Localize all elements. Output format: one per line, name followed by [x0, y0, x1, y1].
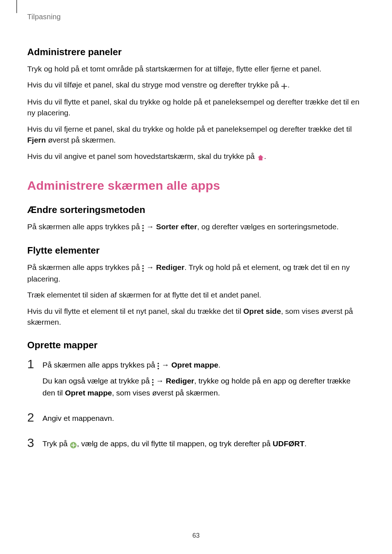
home-icon	[257, 152, 264, 163]
text: .	[305, 439, 307, 448]
section-aendre-sortering: Ændre sorteringsmetoden På skærmen alle …	[27, 204, 365, 233]
paragraph: Hvis du vil fjerne et panel, skal du try…	[27, 124, 365, 146]
text: , og derefter vælges en sorteringsmetode…	[197, 222, 339, 231]
svg-point-7	[158, 365, 159, 367]
bold-opret-side: Opret side	[243, 307, 281, 315]
step-number: 1	[27, 357, 42, 371]
svg-point-4	[142, 268, 144, 269]
bold-opret-mappe: Opret mappe	[65, 389, 112, 397]
text: Hvis du vil angive et panel som hovedsta…	[27, 152, 257, 160]
heading-administrere-skaermen: Administrere skærmen alle apps	[27, 178, 365, 193]
text: Tryk på	[42, 439, 70, 448]
bold-opret-mappe: Opret mappe	[171, 361, 219, 369]
step-2: 2 Angiv et mappenavn.	[27, 411, 365, 428]
step-number: 2	[27, 411, 42, 424]
svg-point-5	[142, 270, 144, 272]
bold-rediger: Rediger	[166, 377, 194, 385]
text: Hvis du vil tilføje et panel, skal du st…	[27, 81, 281, 89]
section-oprette-mapper: Oprette mapper 1 På skærmen alle apps tr…	[27, 340, 365, 455]
bold-sorter-efter: Sorter efter	[156, 222, 197, 231]
text: , som vises øverst på skærmen.	[112, 389, 220, 397]
text: På skærmen alle apps trykkes på	[27, 222, 142, 231]
text: På skærmen alle apps trykkes på	[42, 361, 157, 369]
text: →	[144, 263, 156, 271]
svg-point-3	[142, 265, 144, 267]
step-3: 3 Tryk på , vælg de apps, du vil flytte …	[27, 436, 365, 454]
steps-list: 1 På skærmen alle apps trykkes på → Opre…	[27, 357, 365, 455]
svg-point-11	[152, 384, 154, 386]
heading-aendre-sortering: Ændre sorteringsmetoden	[27, 204, 365, 216]
step-number: 3	[27, 436, 42, 450]
page-number: 63	[0, 532, 392, 539]
heading-administrere-paneler: Administrere paneler	[27, 46, 365, 58]
paragraph: Hvis du vil tilføje et panel, skal du st…	[27, 79, 365, 91]
text: På skærmen alle apps trykkes på	[27, 263, 142, 271]
heading-flytte-elementer: Flytte elementer	[27, 245, 365, 256]
step-body: Angiv et mappenavn.	[42, 411, 365, 428]
bold-udfoert: UDFØRT	[273, 439, 305, 448]
section-administrere-paneler: Administrere paneler Tryk og hold på et …	[27, 46, 365, 163]
plus-icon	[281, 80, 287, 91]
paragraph: På skærmen alle apps trykkes på → Sorter…	[27, 221, 365, 233]
text: .	[287, 81, 290, 89]
svg-point-8	[158, 368, 159, 369]
paragraph: Hvis du vil flytte et panel, skal du try…	[27, 97, 365, 119]
tab-marker	[16, 0, 17, 13]
paragraph: Hvis du vil angive et panel som hovedsta…	[27, 151, 365, 163]
paragraph: Du kan også vælge at trykke på → Rediger…	[42, 376, 365, 398]
breadcrumb: Tilpasning	[27, 13, 365, 21]
paragraph: Træk elementet til siden af skærmen for …	[27, 290, 365, 300]
bold-fjern: Fjern	[27, 136, 46, 144]
text: Du kan også vælge at trykke på	[42, 377, 152, 385]
svg-point-9	[152, 379, 154, 381]
text: →	[144, 222, 156, 231]
paragraph: På skærmen alle apps trykkes på → Redige…	[27, 262, 365, 285]
heading-oprette-mapper: Oprette mapper	[27, 340, 365, 351]
text: .	[264, 152, 266, 160]
text: Hvis du vil flytte et element til et nyt…	[27, 307, 243, 315]
text: , vælg de apps, du vil flytte til mappen…	[77, 439, 273, 448]
svg-point-1	[142, 227, 144, 229]
step-body: Tryk på , vælg de apps, du vil flytte ti…	[42, 436, 365, 454]
text: .	[219, 361, 221, 369]
svg-point-6	[158, 363, 159, 364]
paragraph: Tryk og hold på et tomt område på starts…	[27, 63, 365, 74]
page: Tilpasning Administrere paneler Tryk og …	[0, 0, 392, 554]
paragraph: På skærmen alle apps trykkes på → Opret …	[42, 360, 365, 371]
text: Hvis du vil fjerne et panel, skal du try…	[27, 125, 352, 133]
section-flytte-elementer: Flytte elementer På skærmen alle apps tr…	[27, 245, 365, 328]
step-body: På skærmen alle apps trykkes på → Opret …	[42, 357, 365, 403]
svg-point-2	[142, 230, 144, 231]
paragraph: Angiv et mappenavn.	[42, 413, 365, 424]
paragraph: Hvis du vil flytte et element til et nyt…	[27, 306, 365, 328]
text: →	[159, 361, 171, 369]
svg-point-10	[152, 382, 154, 383]
text: øverst på skærmen.	[46, 136, 116, 144]
content: Administrere paneler Tryk og hold på et …	[27, 46, 365, 455]
step-1: 1 På skærmen alle apps trykkes på → Opre…	[27, 357, 365, 403]
add-circle-icon	[70, 439, 77, 450]
bold-rediger: Rediger	[156, 263, 184, 271]
svg-point-0	[142, 225, 144, 226]
paragraph: Tryk på , vælg de apps, du vil flytte ti…	[42, 438, 365, 450]
text: →	[154, 377, 166, 385]
